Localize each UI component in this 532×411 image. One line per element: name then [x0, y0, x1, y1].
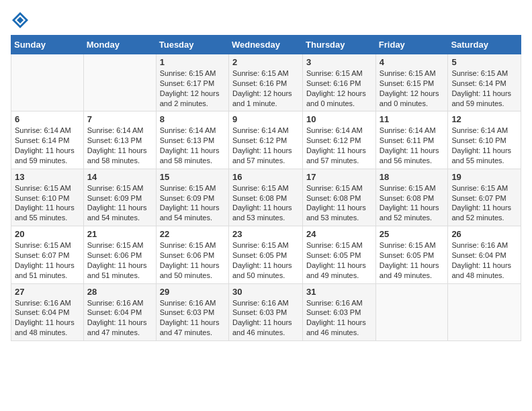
cell-detail: Sunrise: 6:15 AM — [380, 183, 445, 193]
calendar-table: SundayMondayTuesdayWednesdayThursdayFrid… — [11, 35, 521, 341]
calendar-cell: 13Sunrise: 6:15 AMSunset: 6:10 PMDayligh… — [11, 169, 84, 226]
cell-detail: Sunset: 6:10 PM — [15, 193, 80, 203]
cell-detail: Sunset: 6:09 PM — [87, 193, 152, 203]
calendar-cell: 10Sunrise: 6:14 AMSunset: 6:12 PMDayligh… — [303, 111, 376, 169]
day-number: 8 — [160, 114, 225, 124]
weekday-header-sunday: Sunday — [11, 36, 84, 54]
cell-detail: Sunrise: 6:15 AM — [306, 183, 372, 193]
cell-detail: Daylight: 11 hours — [380, 261, 445, 271]
cell-detail: and 58 minutes. — [87, 156, 152, 166]
cell-detail: Daylight: 11 hours — [15, 318, 80, 328]
cell-detail: and 47 minutes. — [87, 328, 152, 338]
cell-detail: and 2 minutes. — [160, 99, 225, 109]
calendar-cell: 9Sunrise: 6:14 AMSunset: 6:12 PMDaylight… — [228, 111, 302, 169]
day-number: 20 — [15, 229, 80, 239]
calendar-cell — [11, 54, 84, 111]
cell-detail: Sunset: 6:12 PM — [232, 136, 299, 146]
cell-detail: Sunrise: 6:16 AM — [15, 298, 80, 308]
cell-detail: Daylight: 11 hours — [87, 318, 152, 328]
day-number: 7 — [87, 114, 152, 124]
cell-detail: Sunset: 6:08 PM — [380, 193, 445, 203]
calendar-cell — [375, 283, 448, 340]
cell-detail: Sunset: 6:06 PM — [87, 250, 152, 261]
day-number: 19 — [451, 172, 517, 182]
cell-detail: Sunset: 6:07 PM — [15, 250, 80, 261]
cell-detail: Daylight: 11 hours — [160, 146, 225, 156]
cell-detail: Sunrise: 6:16 AM — [451, 240, 517, 250]
cell-detail: Sunset: 6:04 PM — [87, 308, 152, 318]
cell-detail: Daylight: 11 hours — [306, 146, 372, 156]
cell-detail: Sunrise: 6:15 AM — [160, 68, 225, 79]
cell-detail: Sunset: 6:04 PM — [451, 250, 517, 261]
calendar-cell: 27Sunrise: 6:16 AMSunset: 6:04 PMDayligh… — [11, 283, 84, 340]
cell-detail: Daylight: 11 hours — [160, 261, 225, 271]
cell-detail: and 55 minutes. — [451, 156, 517, 166]
day-number: 18 — [380, 172, 445, 182]
cell-detail: Daylight: 11 hours — [232, 261, 299, 271]
cell-detail: and 57 minutes. — [232, 156, 299, 166]
weekday-header-saturday: Saturday — [448, 36, 521, 54]
cell-detail: Sunrise: 6:14 AM — [160, 126, 225, 136]
cell-detail: Sunrise: 6:15 AM — [451, 183, 517, 193]
calendar-week-5: 27Sunrise: 6:16 AMSunset: 6:04 PMDayligh… — [11, 283, 521, 340]
cell-detail: and 54 minutes. — [87, 213, 152, 223]
weekday-header-thursday: Thursday — [303, 36, 376, 54]
day-number: 22 — [160, 229, 225, 239]
cell-detail: and 53 minutes. — [306, 213, 372, 223]
cell-detail: Sunset: 6:16 PM — [232, 79, 299, 89]
day-number: 28 — [87, 287, 152, 297]
cell-detail: Daylight: 11 hours — [451, 89, 517, 99]
cell-detail: Sunrise: 6:15 AM — [380, 240, 445, 250]
cell-detail: Sunset: 6:12 PM — [306, 136, 372, 146]
cell-detail: Sunset: 6:03 PM — [160, 308, 225, 318]
logo — [11, 11, 31, 30]
calendar-cell: 16Sunrise: 6:15 AMSunset: 6:08 PMDayligh… — [228, 169, 302, 226]
day-number: 24 — [306, 229, 372, 239]
cell-detail: Sunrise: 6:15 AM — [160, 240, 225, 250]
calendar-cell: 24Sunrise: 6:15 AMSunset: 6:05 PMDayligh… — [303, 226, 376, 283]
calendar-cell: 25Sunrise: 6:15 AMSunset: 6:05 PMDayligh… — [375, 226, 448, 283]
day-number: 16 — [232, 172, 299, 182]
cell-detail: Daylight: 11 hours — [451, 203, 517, 213]
calendar-cell: 18Sunrise: 6:15 AMSunset: 6:08 PMDayligh… — [375, 169, 448, 226]
cell-detail: Sunrise: 6:14 AM — [451, 126, 517, 136]
cell-detail: Sunset: 6:14 PM — [451, 79, 517, 89]
calendar-cell: 5Sunrise: 6:15 AMSunset: 6:14 PMDaylight… — [448, 54, 521, 111]
cell-detail: Daylight: 11 hours — [87, 203, 152, 213]
cell-detail: Sunrise: 6:14 AM — [306, 126, 372, 136]
cell-detail: and 51 minutes. — [87, 271, 152, 281]
day-number: 21 — [87, 229, 152, 239]
day-number: 3 — [306, 57, 372, 67]
cell-detail: Daylight: 11 hours — [87, 146, 152, 156]
calendar-cell: 22Sunrise: 6:15 AMSunset: 6:06 PMDayligh… — [156, 226, 228, 283]
calendar-cell: 11Sunrise: 6:14 AMSunset: 6:11 PMDayligh… — [375, 111, 448, 169]
day-number: 14 — [87, 172, 152, 182]
calendar-cell: 6Sunrise: 6:14 AMSunset: 6:14 PMDaylight… — [11, 111, 84, 169]
cell-detail: Sunrise: 6:16 AM — [306, 298, 372, 308]
cell-detail: and 59 minutes. — [15, 156, 80, 166]
cell-detail: and 0 minutes. — [306, 99, 372, 109]
cell-detail: Sunset: 6:03 PM — [232, 308, 299, 318]
calendar-cell: 30Sunrise: 6:16 AMSunset: 6:03 PMDayligh… — [228, 283, 302, 340]
calendar-cell: 7Sunrise: 6:14 AMSunset: 6:13 PMDaylight… — [83, 111, 156, 169]
day-number: 9 — [232, 114, 299, 124]
cell-detail: Sunset: 6:13 PM — [160, 136, 225, 146]
cell-detail: Sunrise: 6:15 AM — [306, 68, 372, 79]
calendar-cell: 28Sunrise: 6:16 AMSunset: 6:04 PMDayligh… — [83, 283, 156, 340]
cell-detail: Daylight: 11 hours — [15, 203, 80, 213]
cell-detail: Sunrise: 6:16 AM — [87, 298, 152, 308]
cell-detail: Daylight: 11 hours — [306, 261, 372, 271]
day-number: 4 — [380, 57, 445, 67]
cell-detail: and 49 minutes. — [380, 271, 445, 281]
calendar-cell: 17Sunrise: 6:15 AMSunset: 6:08 PMDayligh… — [303, 169, 376, 226]
cell-detail: and 0 minutes. — [380, 99, 445, 109]
cell-detail: and 50 minutes. — [232, 271, 299, 281]
cell-detail: Sunrise: 6:15 AM — [306, 240, 372, 250]
day-number: 25 — [380, 229, 445, 239]
day-number: 29 — [160, 287, 225, 297]
calendar-week-3: 13Sunrise: 6:15 AMSunset: 6:10 PMDayligh… — [11, 169, 521, 226]
calendar-cell: 4Sunrise: 6:15 AMSunset: 6:15 PMDaylight… — [375, 54, 448, 111]
cell-detail: Sunrise: 6:15 AM — [87, 183, 152, 193]
cell-detail: Daylight: 12 hours — [160, 89, 225, 99]
cell-detail: Sunset: 6:03 PM — [306, 308, 372, 318]
